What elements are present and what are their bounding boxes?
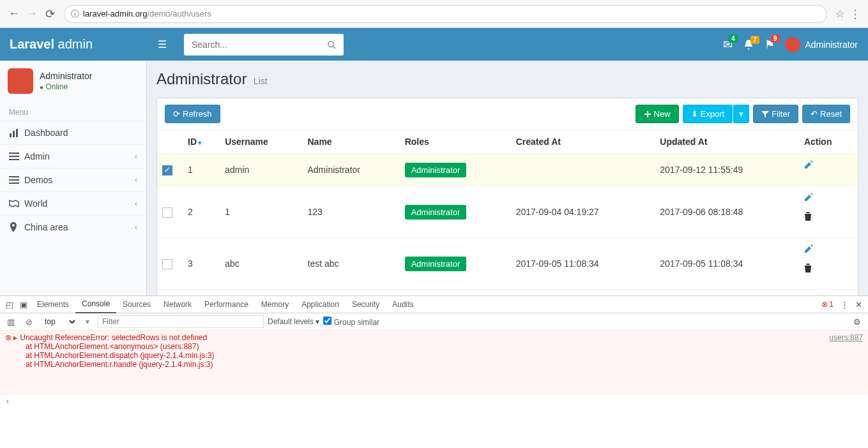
devtools-tab-security[interactable]: Security <box>346 296 386 313</box>
cell-id: 2 <box>183 186 220 238</box>
sort-icon[interactable]: ♦ <box>198 138 202 146</box>
column-header[interactable]: Updated At <box>655 130 799 154</box>
box-toolbar: ⟳Refresh New ⬇Export ▾ Filter ↶Reset <box>157 98 858 130</box>
log-levels-select[interactable]: Default levels ▾ <box>268 317 319 326</box>
trash-icon[interactable] <box>804 264 853 273</box>
sidebar-toggle[interactable]: ☰ <box>147 38 178 50</box>
error-count-badge[interactable]: ⊗1 <box>821 300 834 309</box>
console-settings-icon[interactable]: ⚙ <box>850 317 864 327</box>
back-button[interactable]: ← <box>5 5 23 23</box>
forward-button[interactable]: → <box>23 5 41 23</box>
cell-created <box>511 154 655 186</box>
cell-updated: 2017-09-05 11:08:34 <box>655 238 799 290</box>
undo-icon: ↶ <box>811 109 818 119</box>
svg-rect-9 <box>9 179 19 181</box>
column-header[interactable]: ID♦ <box>183 130 220 154</box>
cell-name: 123 <box>303 186 400 238</box>
trash-icon[interactable] <box>804 212 853 221</box>
device-icon[interactable]: ▣ <box>17 300 31 310</box>
devtools-close-icon[interactable]: ✕ <box>851 300 865 310</box>
sidebar-item-china-area[interactable]: China area‹ <box>0 215 146 239</box>
url-host: laravel-admin.org <box>83 9 147 19</box>
devtools-menu-icon[interactable]: ⋮ <box>837 300 851 310</box>
edit-icon[interactable] <box>804 193 853 202</box>
table-row: 3 abc test abc Administrator 2017-09-05 … <box>157 238 858 290</box>
role-badge: Administrator <box>405 257 467 271</box>
svg-rect-8 <box>9 176 19 177</box>
sidebar-item-admin[interactable]: Admin‹ <box>0 144 146 168</box>
sidebar-item-demos[interactable]: Demos‹ <box>0 168 146 191</box>
map-marker-icon <box>9 222 24 232</box>
flag-icon[interactable]: ⚑9 <box>765 38 775 52</box>
sidebar-item-label: Dashboard <box>24 128 137 138</box>
caret-down-icon: ▾ <box>739 109 743 119</box>
user-menu[interactable]: Administrator <box>785 37 858 52</box>
reload-button[interactable]: ⟳ <box>41 5 59 23</box>
devtools-tab-sources[interactable]: Sources <box>116 296 157 313</box>
edit-icon[interactable] <box>804 160 853 169</box>
sidebar-item-world[interactable]: World‹ <box>0 191 146 215</box>
console-sidebar-icon[interactable]: ▥ <box>4 317 18 327</box>
column-header[interactable]: Name <box>303 130 400 154</box>
download-icon: ⬇ <box>691 109 698 119</box>
devtools-tab-audits[interactable]: Audits <box>386 296 420 313</box>
devtools-panel: ◰ ▣ ElementsConsoleSourcesNetworkPerform… <box>0 295 868 448</box>
context-select[interactable]: top <box>40 315 77 328</box>
column-header[interactable]: Created At <box>511 130 655 154</box>
browser-menu-button[interactable]: ⋮ <box>848 7 863 21</box>
devtools-tab-network[interactable]: Network <box>157 296 198 313</box>
group-similar-checkbox[interactable]: Group similar <box>323 317 379 327</box>
column-header[interactable]: Username <box>220 130 302 154</box>
global-search[interactable] <box>184 34 344 56</box>
cell-name: li <box>303 290 400 296</box>
plus-icon <box>644 110 651 118</box>
mail-icon[interactable]: ✉4 <box>723 38 733 52</box>
brand-logo[interactable]: Laravel admin <box>0 37 147 52</box>
devtools-tab-memory[interactable]: Memory <box>255 296 295 313</box>
inspect-icon[interactable]: ◰ <box>3 300 17 310</box>
console-prompt[interactable]: › <box>0 394 868 449</box>
column-header[interactable]: Roles <box>400 130 511 154</box>
address-bar[interactable]: ⓘ laravel-admin.org/demo/auth/users <box>64 5 827 23</box>
users-table: ID♦UsernameNameRolesCreated AtUpdated At… <box>157 130 858 295</box>
sidebar-item-dashboard[interactable]: Dashboard <box>0 121 146 144</box>
console-filter-input[interactable] <box>98 315 264 328</box>
devtools-tab-console[interactable]: Console <box>75 296 116 313</box>
refresh-button[interactable]: ⟳Refresh <box>165 105 220 123</box>
chevron-left-icon: ‹ <box>135 175 137 184</box>
page-title: Administrator <box>156 70 247 88</box>
filter-button[interactable]: Filter <box>753 105 798 123</box>
svg-point-0 <box>328 41 334 47</box>
info-icon: ⓘ <box>71 8 79 20</box>
browser-toolbar: ← → ⟳ ⓘ laravel-admin.org/demo/auth/user… <box>0 0 868 28</box>
chevron-left-icon: ‹ <box>135 223 137 232</box>
error-location-link[interactable]: users:887 <box>829 333 863 342</box>
new-button[interactable]: New <box>636 105 679 123</box>
cell-name: Administrator <box>303 154 400 186</box>
filter-icon <box>761 110 769 118</box>
cell-updated: 2017-09-06 07:39:10 <box>655 290 799 296</box>
reset-button[interactable]: ↶Reset <box>802 105 850 123</box>
column-header[interactable]: Action <box>799 130 858 154</box>
row-checkbox[interactable] <box>162 207 172 218</box>
search-icon[interactable] <box>327 40 336 49</box>
edit-icon[interactable] <box>804 244 853 253</box>
row-checkbox[interactable] <box>162 259 172 269</box>
cell-created: 2017-09-06 07:39:10 <box>511 290 655 296</box>
cell-username: admin <box>220 154 302 186</box>
export-dropdown[interactable]: ▾ <box>733 105 749 123</box>
bell-icon[interactable]: 7 <box>743 39 754 50</box>
clear-console-icon[interactable]: ⊘ <box>22 317 36 327</box>
bookmark-button[interactable]: ☆ <box>832 8 848 20</box>
search-input[interactable] <box>192 40 327 50</box>
devtools-tab-performance[interactable]: Performance <box>198 296 255 313</box>
console-output: ⊗ ▸ Uncaught ReferenceError: selectedRow… <box>0 331 868 394</box>
devtools-tabs: ◰ ▣ ElementsConsoleSourcesNetworkPerform… <box>0 296 868 313</box>
devtools-tab-application[interactable]: Application <box>295 296 346 313</box>
header-right: ✉4 7 ⚑9 Administrator <box>723 37 868 52</box>
row-checkbox[interactable] <box>162 165 172 175</box>
table-row: 1 admin Administrator Administrator 2017… <box>157 154 858 186</box>
export-button[interactable]: ⬇Export <box>683 105 733 123</box>
list-icon <box>9 152 24 161</box>
devtools-tab-elements[interactable]: Elements <box>31 296 75 313</box>
